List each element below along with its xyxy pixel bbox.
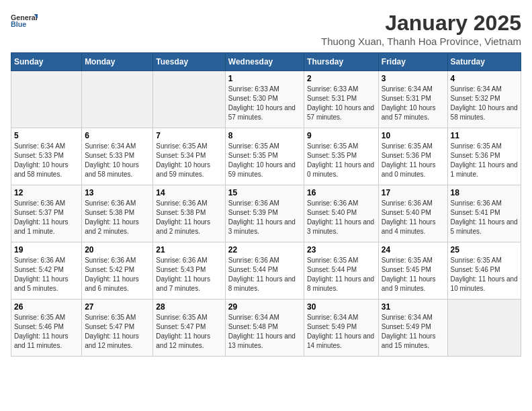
table-row: 5Sunrise: 6:34 AM Sunset: 5:33 PM Daylig…: [11, 128, 82, 185]
day-info: Sunrise: 6:34 AM Sunset: 5:48 PM Dayligh…: [228, 313, 301, 351]
calendar-subtitle: Thuong Xuan, Thanh Hoa Province, Vietnam: [321, 36, 521, 47]
table-row: 17Sunrise: 6:36 AM Sunset: 5:40 PM Dayli…: [378, 185, 447, 242]
calendar-week-3: 12Sunrise: 6:36 AM Sunset: 5:37 PM Dayli…: [11, 185, 521, 242]
logo-icon: General Blue: [11, 11, 38, 31]
day-info: Sunrise: 6:36 AM Sunset: 5:37 PM Dayligh…: [14, 199, 79, 236]
table-row: [447, 300, 521, 357]
day-info: Sunrise: 6:35 AM Sunset: 5:46 PM Dayligh…: [14, 313, 79, 351]
table-row: 25Sunrise: 6:35 AM Sunset: 5:46 PM Dayli…: [447, 242, 521, 300]
day-info: Sunrise: 6:36 AM Sunset: 5:38 PM Dayligh…: [85, 199, 150, 236]
day-number: 25: [451, 245, 518, 255]
table-row: 4Sunrise: 6:34 AM Sunset: 5:32 PM Daylig…: [447, 71, 521, 128]
calendar-week-5: 26Sunrise: 6:35 AM Sunset: 5:46 PM Dayli…: [11, 300, 521, 357]
day-info: Sunrise: 6:35 AM Sunset: 5:46 PM Dayligh…: [451, 256, 518, 293]
day-number: 31: [382, 302, 445, 312]
table-row: 21Sunrise: 6:36 AM Sunset: 5:43 PM Dayli…: [153, 242, 225, 300]
day-number: 2: [307, 74, 375, 83]
day-number: 16: [307, 188, 375, 197]
day-number: 21: [156, 245, 222, 255]
day-info: Sunrise: 6:36 AM Sunset: 5:41 PM Dayligh…: [451, 199, 518, 236]
day-info: Sunrise: 6:36 AM Sunset: 5:42 PM Dayligh…: [14, 256, 79, 293]
table-row: 29Sunrise: 6:34 AM Sunset: 5:48 PM Dayli…: [225, 300, 304, 357]
day-info: Sunrise: 6:36 AM Sunset: 5:43 PM Dayligh…: [156, 256, 222, 293]
col-friday: Friday: [378, 53, 447, 71]
day-number: 9: [307, 131, 375, 140]
table-row: 16Sunrise: 6:36 AM Sunset: 5:40 PM Dayli…: [304, 185, 379, 242]
day-number: 20: [85, 245, 150, 255]
table-row: 31Sunrise: 6:34 AM Sunset: 5:49 PM Dayli…: [378, 300, 447, 357]
col-thursday: Thursday: [304, 53, 379, 71]
day-info: Sunrise: 6:35 AM Sunset: 5:47 PM Dayligh…: [85, 313, 150, 351]
day-number: 1: [228, 74, 301, 83]
day-number: 3: [382, 74, 445, 83]
day-info: Sunrise: 6:34 AM Sunset: 5:33 PM Dayligh…: [85, 142, 150, 179]
calendar-title: January 2025: [321, 11, 521, 36]
day-number: 4: [451, 74, 518, 83]
table-row: 7Sunrise: 6:35 AM Sunset: 5:34 PM Daylig…: [153, 128, 225, 185]
day-number: 8: [228, 131, 301, 140]
table-row: 2Sunrise: 6:33 AM Sunset: 5:31 PM Daylig…: [304, 71, 379, 128]
page-header: General Blue January 2025 Thuong Xuan, T…: [11, 11, 521, 47]
calendar-week-4: 19Sunrise: 6:36 AM Sunset: 5:42 PM Dayli…: [11, 242, 521, 300]
day-number: 6: [85, 131, 150, 140]
table-row: 10Sunrise: 6:35 AM Sunset: 5:36 PM Dayli…: [378, 128, 447, 185]
table-row: 28Sunrise: 6:35 AM Sunset: 5:47 PM Dayli…: [153, 300, 225, 357]
day-info: Sunrise: 6:35 AM Sunset: 5:47 PM Dayligh…: [156, 313, 222, 351]
col-sunday: Sunday: [11, 53, 82, 71]
day-number: 11: [451, 131, 518, 140]
day-info: Sunrise: 6:35 AM Sunset: 5:45 PM Dayligh…: [382, 256, 445, 293]
day-info: Sunrise: 6:35 AM Sunset: 5:34 PM Dayligh…: [156, 142, 222, 179]
day-number: 27: [85, 302, 150, 312]
day-info: Sunrise: 6:35 AM Sunset: 5:35 PM Dayligh…: [228, 142, 301, 179]
day-info: Sunrise: 6:36 AM Sunset: 5:39 PM Dayligh…: [228, 199, 301, 236]
day-number: 12: [14, 188, 79, 197]
col-tuesday: Tuesday: [153, 53, 225, 71]
day-number: 5: [14, 131, 79, 140]
table-row: 15Sunrise: 6:36 AM Sunset: 5:39 PM Dayli…: [225, 185, 304, 242]
header-row: Sunday Monday Tuesday Wednesday Thursday…: [11, 53, 521, 71]
calendar-table: Sunday Monday Tuesday Wednesday Thursday…: [11, 52, 521, 357]
title-block: January 2025 Thuong Xuan, Thanh Hoa Prov…: [321, 11, 521, 47]
logo: General Blue: [11, 11, 38, 31]
calendar-week-2: 5Sunrise: 6:34 AM Sunset: 5:33 PM Daylig…: [11, 128, 521, 185]
table-row: 3Sunrise: 6:34 AM Sunset: 5:31 PM Daylig…: [378, 71, 447, 128]
table-row: 13Sunrise: 6:36 AM Sunset: 5:38 PM Dayli…: [82, 185, 153, 242]
day-number: 23: [307, 245, 375, 255]
day-number: 13: [85, 188, 150, 197]
day-info: Sunrise: 6:36 AM Sunset: 5:40 PM Dayligh…: [307, 199, 375, 236]
day-number: 18: [451, 188, 518, 197]
table-row: 24Sunrise: 6:35 AM Sunset: 5:45 PM Dayli…: [378, 242, 447, 300]
day-info: Sunrise: 6:35 AM Sunset: 5:44 PM Dayligh…: [307, 256, 375, 293]
table-row: 9Sunrise: 6:35 AM Sunset: 5:35 PM Daylig…: [304, 128, 379, 185]
day-info: Sunrise: 6:35 AM Sunset: 5:36 PM Dayligh…: [382, 142, 445, 179]
day-number: 22: [228, 245, 301, 255]
day-info: Sunrise: 6:36 AM Sunset: 5:40 PM Dayligh…: [382, 199, 445, 236]
table-row: 19Sunrise: 6:36 AM Sunset: 5:42 PM Dayli…: [11, 242, 82, 300]
table-row: 20Sunrise: 6:36 AM Sunset: 5:42 PM Dayli…: [82, 242, 153, 300]
table-row: 22Sunrise: 6:36 AM Sunset: 5:44 PM Dayli…: [225, 242, 304, 300]
day-number: 26: [14, 302, 79, 312]
table-row: 30Sunrise: 6:34 AM Sunset: 5:49 PM Dayli…: [304, 300, 379, 357]
day-info: Sunrise: 6:34 AM Sunset: 5:31 PM Dayligh…: [382, 85, 445, 122]
day-info: Sunrise: 6:33 AM Sunset: 5:30 PM Dayligh…: [228, 85, 301, 122]
table-row: [11, 71, 82, 128]
day-number: 17: [382, 188, 445, 197]
day-number: 19: [14, 245, 79, 255]
day-info: Sunrise: 6:35 AM Sunset: 5:36 PM Dayligh…: [451, 142, 518, 179]
day-info: Sunrise: 6:33 AM Sunset: 5:31 PM Dayligh…: [307, 85, 375, 122]
calendar-week-1: 1Sunrise: 6:33 AM Sunset: 5:30 PM Daylig…: [11, 71, 521, 128]
col-wednesday: Wednesday: [225, 53, 304, 71]
col-saturday: Saturday: [447, 53, 521, 71]
day-number: 10: [382, 131, 445, 140]
day-number: 30: [307, 302, 375, 312]
table-row: [153, 71, 225, 128]
day-info: Sunrise: 6:34 AM Sunset: 5:33 PM Dayligh…: [14, 142, 79, 179]
day-info: Sunrise: 6:36 AM Sunset: 5:42 PM Dayligh…: [85, 256, 150, 293]
day-info: Sunrise: 6:34 AM Sunset: 5:49 PM Dayligh…: [307, 313, 375, 351]
table-row: [82, 71, 153, 128]
day-number: 24: [382, 245, 445, 255]
table-row: 11Sunrise: 6:35 AM Sunset: 5:36 PM Dayli…: [447, 128, 521, 185]
day-number: 7: [156, 131, 222, 140]
table-row: 12Sunrise: 6:36 AM Sunset: 5:37 PM Dayli…: [11, 185, 82, 242]
day-number: 28: [156, 302, 222, 312]
